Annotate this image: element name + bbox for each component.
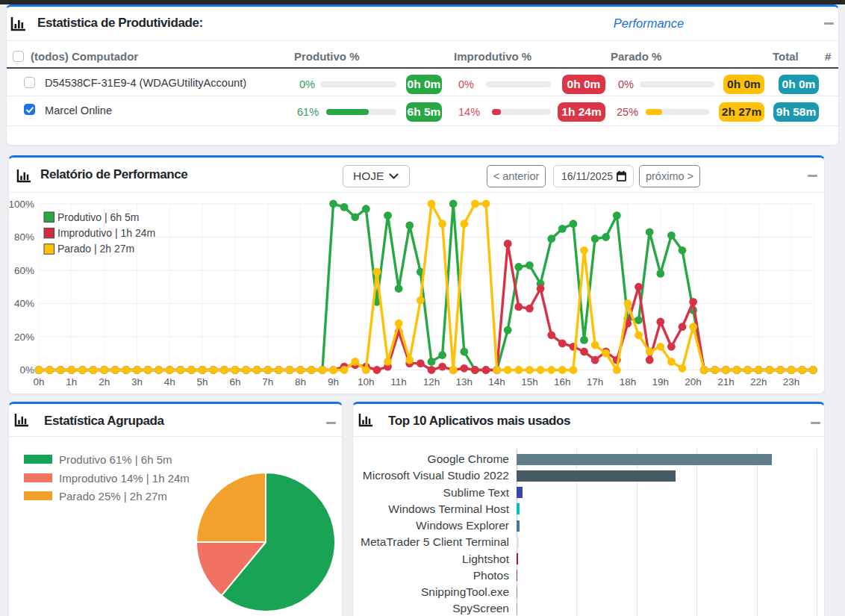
svg-text:20%: 20% bbox=[14, 332, 34, 343]
svg-text:11h: 11h bbox=[390, 376, 407, 388]
svg-text:6h: 6h bbox=[229, 376, 240, 388]
svg-text:4h: 4h bbox=[164, 376, 175, 388]
svg-text:2h: 2h bbox=[99, 376, 110, 388]
svg-text:8h: 8h bbox=[295, 376, 306, 388]
svg-text:80%: 80% bbox=[14, 231, 34, 243]
svg-text:16h: 16h bbox=[554, 376, 571, 388]
svg-text:7h: 7h bbox=[262, 376, 273, 388]
svg-text:22h: 22h bbox=[750, 376, 767, 388]
svg-text:100%: 100% bbox=[9, 199, 34, 210]
svg-text:1h: 1h bbox=[66, 376, 77, 388]
svg-text:18h: 18h bbox=[620, 376, 637, 388]
svg-text:60%: 60% bbox=[14, 265, 34, 276]
svg-text:15h: 15h bbox=[521, 376, 538, 388]
svg-text:14h: 14h bbox=[488, 376, 505, 388]
svg-text:3h: 3h bbox=[131, 376, 143, 388]
svg-text:12h: 12h bbox=[423, 376, 440, 388]
svg-text:10h: 10h bbox=[358, 376, 375, 388]
svg-text:20h: 20h bbox=[685, 376, 702, 388]
svg-text:9h: 9h bbox=[328, 376, 339, 388]
svg-text:40%: 40% bbox=[14, 298, 34, 309]
svg-text:0h: 0h bbox=[33, 376, 44, 388]
svg-text:Produtivo | 6h 5m: Produtivo | 6h 5m bbox=[57, 211, 139, 223]
svg-text:0%: 0% bbox=[19, 364, 34, 376]
svg-text:13h: 13h bbox=[456, 376, 473, 388]
svg-text:23h: 23h bbox=[783, 376, 800, 388]
svg-text:21h: 21h bbox=[717, 376, 735, 388]
svg-text:17h: 17h bbox=[587, 376, 604, 388]
svg-text:Parado | 2h 27m: Parado | 2h 27m bbox=[57, 243, 134, 255]
svg-text:19h: 19h bbox=[652, 376, 670, 388]
svg-text:5h: 5h bbox=[197, 376, 208, 388]
svg-text:Improdutivo | 1h 24m: Improdutivo | 1h 24m bbox=[57, 227, 155, 239]
